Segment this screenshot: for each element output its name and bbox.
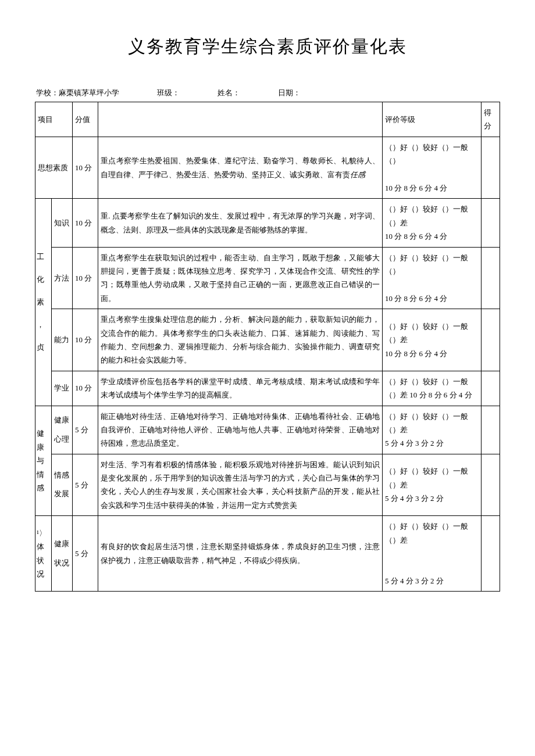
result-cell[interactable] xyxy=(482,371,500,406)
sub-health-status: 健康 状况 xyxy=(52,516,73,592)
result-cell[interactable] xyxy=(482,247,500,309)
class-label: 班级： xyxy=(157,88,180,98)
table-row: 健康与情感 健康 心理 5 分 能正确地对待生活、正确地对待学习、正确地对待集体… xyxy=(35,406,500,454)
page-title: 义务教育学生综合素质评价量化表 xyxy=(35,35,500,59)
desc-cell: 对生活、学习有着积极的情感体验，能积极乐观地对待挫折与困难。能认识到知识是变化发… xyxy=(98,454,383,516)
table-row: 方法 10 分 重点考察学生在获取知识的过程中，能否主动、自主学习，既敢于想象，… xyxy=(35,247,500,309)
school-label: 学校：麻栗镇茅草坪小学 xyxy=(36,88,119,98)
desc-cell: 能正确地对待生活、正确地对待学习、正确地对待集体、正确地看待社会、正确地自我评价… xyxy=(98,406,383,454)
score-cell: 5 分 xyxy=(73,516,98,592)
table-row: 情感 发展 5 分 对生活、学习有着积极的情感体验，能积极乐观地对待挫折与困难。… xyxy=(35,454,500,516)
desc-cell: 重点考察学生搜集处理信息的能力，分析、解决问题的能力，获取新知识的能力，交流合作… xyxy=(98,309,383,371)
score-cell: 10 分 xyxy=(73,371,98,406)
sub-psych: 健康 心理 xyxy=(52,406,73,454)
score-cell: 10 分 xyxy=(73,199,98,247)
sub-academic: 学业 xyxy=(52,371,73,406)
result-cell[interactable] xyxy=(482,454,500,516)
cat-body: ¹〉体状况 xyxy=(35,516,52,592)
table-row: 思想素质 10 分 重点考察学生热爱祖国、热爱集体、遵纪守法、勤奋学习、尊敬师长… xyxy=(35,137,500,199)
cat-thought: 思想素质 xyxy=(35,137,73,199)
desc-cell: 学业成绩评价应包括各学科的课堂平时成绩、单元考核成绩、期末考试成绩和学年末考试成… xyxy=(98,371,383,406)
table-row: 工 化 素 ，贞 知识 10 分 重. 点要考察学生在了解知识的发生、发展过程中… xyxy=(35,199,500,247)
header-project: 项目 xyxy=(35,102,73,137)
cat-health-emotion: 健康与情感 xyxy=(35,406,52,516)
desc-cell: 重点考察学生热爱祖国、热爱集体、遵纪守法、勤奋学习、尊敬师长、礼貌待人、自理自律… xyxy=(98,137,383,199)
score-cell: 10 分 xyxy=(73,309,98,371)
cat-culture: 工 化 素 ，贞 xyxy=(35,199,52,406)
score-cell: 5 分 xyxy=(73,454,98,516)
desc-cell: 有良好的饮食起居生活习惯，注意长期坚持锻炼身体，养成良好的卫生习惯，注意保护视力… xyxy=(98,516,383,592)
date-label: 日期： xyxy=(278,88,301,98)
rating-cell: （）好（）较好（）一般（）差 5 分 4 分 3 分 2 分 xyxy=(383,406,482,454)
meta-row: 学校：麻栗镇茅草坪小学 班级： 姓名： 日期： xyxy=(35,88,500,98)
result-cell[interactable] xyxy=(482,406,500,454)
table-row: ¹〉体状况 健康 状况 5 分 有良好的饮食起居生活习惯，注意长期坚持锻炼身体，… xyxy=(35,516,500,592)
desc-cell: 重点考察学生在获取知识的过程中，能否主动、自主学习，既敢于想象，又能够大胆提问，… xyxy=(98,247,383,309)
score-cell: 10 分 xyxy=(73,137,98,199)
result-cell[interactable] xyxy=(482,516,500,592)
desc-italic: 任感 xyxy=(350,170,365,179)
result-cell[interactable] xyxy=(482,137,500,199)
rating-cell: （）好（）较好（）一般（）差 10 分 8 分 6 分 4 分 xyxy=(383,199,482,247)
result-cell[interactable] xyxy=(482,309,500,371)
rating-cell: （）好（）较好（）一般（） 10 分 8 分 6 分 4 分 xyxy=(383,247,482,309)
sub-ability: 能力 xyxy=(52,309,73,371)
header-row: 项目 分值 评价等级 得分 xyxy=(35,102,500,137)
rating-cell: （）好（）较好（）一般（） 10 分 8 分 6 分 4 分 xyxy=(383,137,482,199)
score-cell: 5 分 xyxy=(73,406,98,454)
name-label: 姓名： xyxy=(217,88,240,98)
header-rating: 评价等级 xyxy=(383,102,482,137)
desc-text: 重点考察学生热爱祖国、热爱集体、遵纪守法、勤奋学习、尊敬师长、礼貌待人、自理自律… xyxy=(101,156,380,178)
header-result: 得分 xyxy=(482,102,500,137)
table-row: 能力 10 分 重点考察学生搜集处理信息的能力，分析、解决问题的能力，获取新知识… xyxy=(35,309,500,371)
header-score: 分值 xyxy=(73,102,98,137)
table-row: 学业 10 分 学业成绩评价应包括各学科的课堂平时成绩、单元考核成绩、期末考试成… xyxy=(35,371,500,406)
rating-cell: （）好（）较好（）一般（）差 5 分 4 分 3 分 2 分 xyxy=(383,516,482,592)
desc-cell: 重. 点要考察学生在了解知识的发生、发展过程中，有无浓厚的学习兴趣，对字词、概念… xyxy=(98,199,383,247)
sub-method: 方法 xyxy=(52,247,73,309)
result-cell[interactable] xyxy=(482,199,500,247)
evaluation-table: 项目 分值 评价等级 得分 思想素质 10 分 重点考察学生热爱祖国、热爱集体、… xyxy=(35,102,500,592)
rating-cell: （）好（）较好（）一般（）差 10 分 8 分 6 分 4 分 xyxy=(383,371,482,406)
sub-knowledge: 知识 xyxy=(52,199,73,247)
rating-cell: （）好（）较好（）一般（）差 5 分 4 分 3 分 2 分 xyxy=(383,454,482,516)
score-cell: 10 分 xyxy=(73,247,98,309)
sub-emotion-dev: 情感 发展 xyxy=(52,454,73,516)
rating-cell: （）好（）较好（）一般（）差 10 分 8 分 6 分 4 分 xyxy=(383,309,482,371)
header-desc xyxy=(98,102,383,137)
